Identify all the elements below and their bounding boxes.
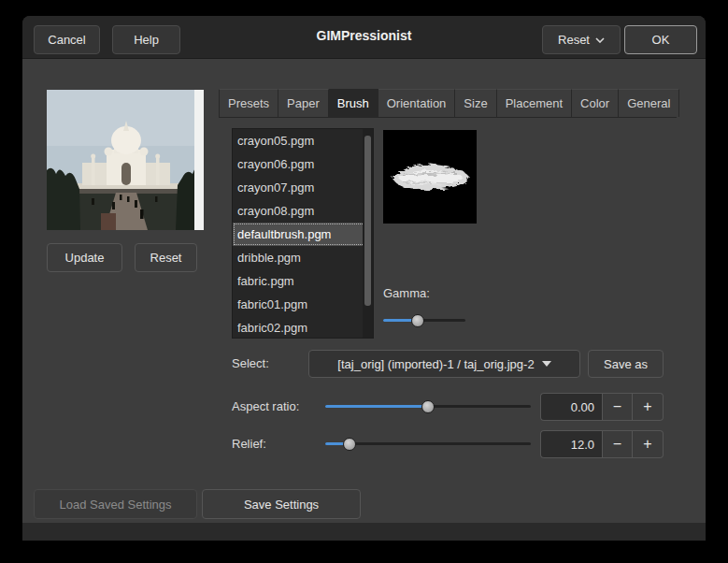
aspect-ratio-slider[interactable] bbox=[325, 399, 531, 414]
tab-general[interactable]: General bbox=[619, 89, 679, 117]
list-item[interactable]: defaultbrush.pgm bbox=[233, 223, 373, 246]
scrollbar-thumb[interactable] bbox=[364, 136, 371, 306]
gamma-slider-track bbox=[383, 319, 465, 322]
plus-icon: + bbox=[643, 436, 651, 453]
tab-bar: PresetsPaperBrushOrientationSizePlacemen… bbox=[219, 89, 677, 118]
list-scrollbar[interactable] bbox=[363, 129, 373, 338]
relief-increment-button[interactable]: + bbox=[633, 430, 664, 458]
brush-file-list[interactable]: crayon05.pgmcrayon06.pgmcrayon07.pgmcray… bbox=[232, 128, 374, 339]
relief-value[interactable]: 12.0 bbox=[540, 430, 602, 458]
gimpressionist-dialog: Cancel Help GIMPressionist Reset OK bbox=[22, 16, 706, 541]
list-item[interactable]: crayon05.pgm bbox=[233, 129, 373, 152]
relief-decrement-button[interactable]: − bbox=[602, 430, 633, 458]
brush-file-items: crayon05.pgmcrayon06.pgmcrayon07.pgmcray… bbox=[233, 129, 373, 339]
chevron-down-icon bbox=[595, 37, 605, 43]
list-item[interactable]: crayon08.pgm bbox=[233, 199, 373, 223]
load-saved-settings-label: Load Saved Settings bbox=[60, 498, 172, 512]
header-bar: Cancel Help GIMPressionist Reset OK bbox=[22, 16, 706, 59]
select-label: Select: bbox=[232, 356, 269, 371]
tab-color[interactable]: Color bbox=[572, 89, 619, 117]
update-label: Update bbox=[65, 251, 105, 265]
update-button[interactable]: Update bbox=[47, 243, 122, 272]
save-as-button[interactable]: Save as bbox=[588, 350, 664, 378]
aspect-increment-button[interactable]: + bbox=[633, 393, 664, 421]
list-item[interactable]: fabric.pgm bbox=[233, 269, 373, 293]
taj-mahal-photo bbox=[47, 90, 204, 230]
list-item[interactable]: dribble.pgm bbox=[233, 246, 373, 269]
brush-select-dropdown[interactable]: [taj_orig] (imported)-1 / taj_orig.jpg-2 bbox=[308, 350, 580, 378]
aspect-ratio-value[interactable]: 0.00 bbox=[540, 393, 602, 421]
list-item[interactable]: fabric01.pgm bbox=[233, 293, 373, 316]
minus-icon: − bbox=[613, 398, 621, 415]
list-item[interactable]: crayon07.pgm bbox=[233, 176, 373, 199]
reset-label: Reset bbox=[558, 33, 590, 47]
ok-label: OK bbox=[652, 33, 670, 47]
reset-dropdown-button[interactable]: Reset bbox=[542, 25, 621, 54]
load-saved-settings-button[interactable]: Load Saved Settings bbox=[34, 489, 197, 519]
aspect-decrement-button[interactable]: − bbox=[602, 393, 633, 421]
relief-slider[interactable] bbox=[325, 437, 531, 452]
tab-presets[interactable]: Presets bbox=[219, 89, 278, 117]
tab-orientation[interactable]: Orientation bbox=[378, 89, 456, 117]
gamma-slider[interactable] bbox=[383, 313, 465, 328]
tab-paper[interactable]: Paper bbox=[278, 89, 329, 117]
relief-slider-thumb[interactable] bbox=[343, 438, 356, 451]
gamma-label: Gamma: bbox=[383, 286, 430, 301]
aspect-ratio-label: Aspect ratio: bbox=[232, 399, 299, 414]
tab-placement[interactable]: Placement bbox=[497, 89, 572, 117]
plus-icon: + bbox=[643, 398, 651, 415]
brush-stroke-preview bbox=[383, 130, 477, 224]
minus-icon: − bbox=[613, 436, 621, 453]
gamma-slider-thumb[interactable] bbox=[411, 314, 424, 327]
save-settings-button[interactable]: Save Settings bbox=[202, 489, 361, 519]
preview-reset-label: Reset bbox=[150, 251, 182, 265]
list-item[interactable]: fabric02.pgm bbox=[233, 316, 373, 339]
relief-label: Relief: bbox=[232, 437, 266, 452]
preview-image bbox=[47, 90, 204, 230]
aspect-slider-thumb[interactable] bbox=[421, 400, 435, 413]
ok-button[interactable]: OK bbox=[624, 25, 697, 54]
tab-size[interactable]: Size bbox=[455, 89, 496, 117]
preview-reset-button[interactable]: Reset bbox=[135, 243, 197, 272]
save-as-label: Save as bbox=[604, 357, 648, 371]
chevron-down-icon bbox=[542, 361, 551, 367]
save-settings-label: Save Settings bbox=[244, 498, 319, 512]
list-item[interactable]: crayon06.pgm bbox=[233, 152, 373, 176]
brush-select-value: [taj_orig] (imported)-1 / taj_orig.jpg-2 bbox=[337, 357, 534, 371]
tab-brush[interactable]: Brush bbox=[329, 89, 378, 117]
